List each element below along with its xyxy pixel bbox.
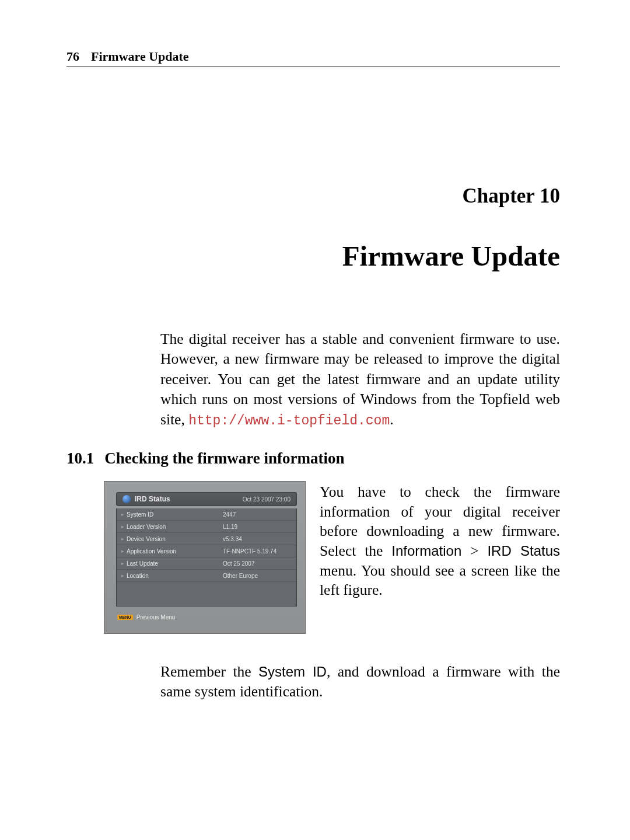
section-heading: 10.1Checking the firmware information — [66, 449, 560, 468]
ird-key: System ID — [127, 511, 223, 518]
chevron-right-icon: ▸ — [121, 573, 124, 578]
chevron-right-icon: ▸ — [121, 560, 124, 566]
side-text-2: menu. You should see a screen like the l… — [320, 562, 560, 599]
intro-text-after: . — [390, 411, 393, 428]
ird-key: Application Version — [127, 548, 223, 555]
ird-key: Device Version — [127, 536, 223, 542]
system-id-term: System ID — [258, 664, 327, 679]
ird-row: ▸ System ID 2447 — [117, 508, 296, 521]
ird-key: Location — [127, 573, 223, 579]
ird-row: ▸ Loader Version L1.19 — [117, 521, 296, 533]
running-header: 76 Firmware Update — [66, 49, 560, 67]
ird-footer: MENU Previous Menu — [117, 614, 175, 621]
ird-title: IRD Status — [123, 495, 170, 503]
chevron-right-icon: ▸ — [121, 536, 124, 542]
ird-value: 2447 — [223, 511, 236, 518]
chevron-right-icon: ▸ — [121, 548, 124, 554]
chevron-right-icon: ▸ — [121, 524, 124, 529]
ird-value: TF-NNPCTF 5.19.74 — [223, 548, 276, 555]
ird-row: ▸ Device Version v5.3.34 — [117, 533, 296, 545]
menu-path-information: Information — [391, 543, 461, 559]
topfield-link[interactable]: http://www.i-topfield.com — [188, 413, 390, 428]
chevron-right-icon: ▸ — [121, 511, 124, 517]
ird-row: ▸ Location Other Europe — [117, 570, 296, 582]
ird-screen: IRD Status Oct 23 2007 23:00 ▸ System ID… — [104, 481, 306, 634]
page-number: 76 — [66, 49, 79, 64]
ird-value: Oct 25 2007 — [223, 560, 254, 567]
ird-row: ▸ Last Update Oct 25 2007 — [117, 557, 296, 570]
ird-footer-label: Previous Menu — [136, 614, 176, 621]
intro-paragraph: The digital receiver has a stable and co… — [160, 329, 560, 430]
ird-value: v5.3.34 — [223, 536, 242, 542]
ird-status-figure: IRD Status Oct 23 2007 23:00 ▸ System ID… — [104, 481, 304, 639]
after-paragraph: Remember the System ID, and download a f… — [160, 662, 560, 702]
side-paragraph: You have to check the firmware informati… — [320, 482, 560, 600]
menu-path-separator: > — [461, 542, 487, 559]
ird-row: ▸ Application Version TF-NNPCTF 5.19.74 — [117, 545, 296, 557]
after-text-1: Remember the — [160, 663, 258, 680]
section-number: 10.1 — [66, 449, 94, 467]
ird-title-text: IRD Status — [135, 495, 170, 503]
ird-timestamp: Oct 23 2007 23:00 — [243, 496, 290, 503]
section-title: Checking the firmware information — [104, 449, 344, 467]
menu-button-tag[interactable]: MENU — [117, 615, 133, 620]
menu-path-ird-status: IRD Status — [487, 543, 560, 559]
chapter-label: Chapter 10 — [462, 184, 560, 208]
ird-key: Loader Version — [127, 524, 223, 530]
ird-title-bar: IRD Status Oct 23 2007 23:00 — [116, 492, 297, 506]
ird-key: Last Update — [127, 560, 223, 567]
ird-panel: ▸ System ID 2447 ▸ Loader Version L1.19 … — [116, 508, 297, 607]
chapter-title: Firmware Update — [342, 239, 560, 273]
ird-value: Other Europe — [223, 573, 258, 579]
info-icon — [123, 495, 131, 503]
ird-value: L1.19 — [223, 524, 237, 530]
running-title: Firmware Update — [91, 49, 189, 64]
page: 76 Firmware Update Chapter 10 Firmware U… — [0, 0, 630, 840]
